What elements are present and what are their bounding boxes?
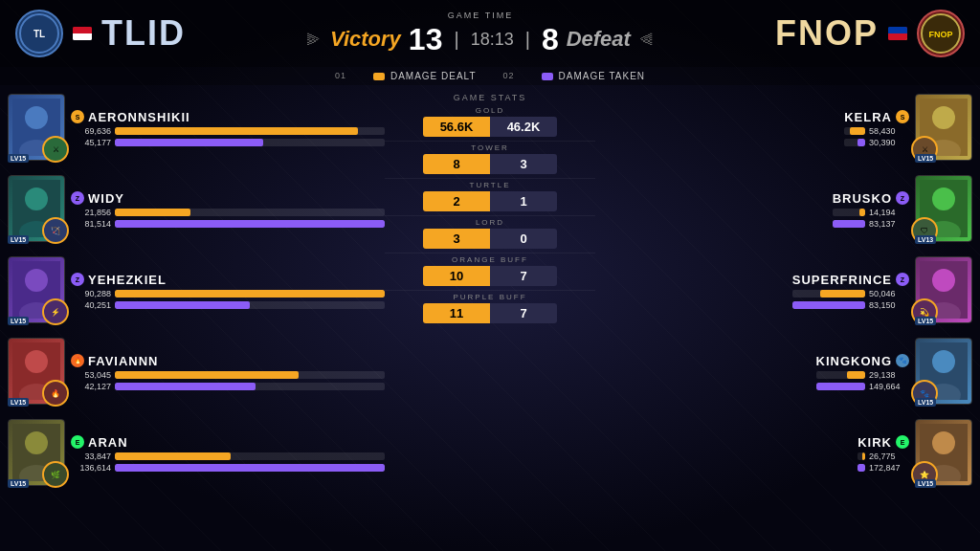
dealt-val-kirk: 26,775 [869, 452, 909, 461]
player-name-yehezkiel: YEHEZKIEL [88, 273, 167, 287]
player-icon-kingkong: 🐾 [896, 354, 909, 367]
avatar-kingkong: 🐾 LV15 [915, 338, 972, 407]
stat-turtle-right: 1 [490, 191, 557, 211]
bars-aran: 33,847 136,614 [71, 452, 385, 473]
legend-dot-orange [373, 73, 385, 80]
taken-val-widy: 81,514 [71, 219, 111, 229]
svg-point-17 [25, 431, 48, 454]
taken-bar-brusko [833, 220, 865, 228]
player-name-row-brusko: BRUSKO Z [833, 191, 909, 206]
taken-fill-superfrince [792, 301, 865, 309]
bars-yehezkiel: 90,288 40,251 [71, 289, 385, 310]
taken-row-kelra: 30,390 [844, 138, 909, 147]
avatar-superfrince: 💫 LV15 [915, 256, 972, 325]
dealt-fill-kirk [862, 452, 865, 460]
player-info-kingkong: KINGKONG 🐾 29,138 149,664 [816, 354, 910, 391]
dealt-bar-kelra [844, 127, 865, 135]
taken-row-brusko: 83,137 [833, 219, 909, 229]
player-name-aran: ARAN [88, 435, 128, 450]
player-icon-aran: E [71, 435, 84, 449]
header: TL TLID GAME TIME ⫸ Victory 13 | 18:13 |… [0, 0, 980, 67]
level-kingkong: LV15 [915, 398, 936, 407]
player-name-row-aran: E ARAN [71, 435, 385, 450]
stat-tower-right: 3 [490, 154, 557, 174]
player-info-kirk: KIRK E 26,775 172,847 [858, 435, 909, 473]
stat-turtle-left: 2 [423, 191, 490, 211]
svg-point-32 [932, 431, 955, 454]
taken-val-faviannn: 42,127 [71, 382, 111, 391]
dealt-row-kelra: 58,430 [844, 126, 909, 136]
dealt-fill-aeronnshikii [115, 127, 358, 135]
player-row-kingkong: 🐾 LV15 KINGKONG 🐾 29,138 [816, 333, 973, 411]
player-icon-faviannn: 🔥 [71, 354, 84, 367]
stat-purple-buff-label: PURPLE BUFF [453, 293, 526, 301]
taken-val-superfrince: 83,150 [869, 300, 909, 310]
taken-row-faviannn: 42,127 [71, 382, 385, 391]
player-name-row-kelra: KELRA S [844, 110, 909, 124]
avatar-kirk: ⭐ LV15 [915, 419, 972, 488]
tlid-logo: TL [15, 10, 63, 57]
stat-tower-left: 8 [423, 154, 490, 174]
stat-gold-right: 46.2K [490, 117, 557, 137]
avatar-yehezkiel: ⚡ LV15 [8, 256, 65, 325]
stat-tower: TOWER 8 3 [385, 143, 595, 174]
flag-indonesia [73, 27, 92, 40]
stat-turtle: TURTLE 2 1 [385, 181, 595, 211]
game-time: 18:13 [471, 30, 514, 50]
defeat-text: Defeat [567, 27, 631, 52]
dealt-fill-aran [115, 452, 231, 460]
taken-bar-faviannn [115, 383, 385, 390]
game-time-label: GAME TIME [448, 11, 513, 20]
dealt-val-yehezkiel: 90,288 [71, 289, 111, 298]
svg-point-20 [932, 106, 955, 129]
avatar-brusko: 🛡 LV13 [915, 175, 972, 244]
svg-point-23 [932, 187, 955, 210]
stat-turtle-values: 2 1 [385, 191, 595, 211]
score-row: ⫸ Victory 13 | 18:13 | 8 Defeat ⫷ [305, 22, 656, 57]
taken-row-superfrince: 83,150 [792, 300, 909, 310]
player-row-kirk: ⭐ LV15 KIRK E 26,775 [858, 414, 972, 493]
taken-row-yehezkiel: 40,251 [71, 300, 385, 310]
player-name-row-widy: Z WIDY [71, 191, 385, 206]
dealt-bar-yehezkiel [115, 290, 385, 298]
taken-bar-superfrince [792, 301, 865, 309]
player-row-superfrince: 💫 LV15 SUPERFRINCE Z 50,046 [792, 252, 972, 330]
score-divider2: | [522, 29, 534, 51]
bars-widy: 21,856 81,514 [71, 208, 385, 229]
stat-gold: GOLD 56.6K 46.2K [385, 106, 595, 137]
level-aeronnshikii: LV15 [8, 154, 29, 163]
right-dividers: ⫷ [638, 30, 656, 50]
dealt-row-widy: 21,856 [71, 208, 385, 217]
taken-fill-aran [115, 464, 385, 472]
hero-icon-yehezkiel: ⚡ [42, 298, 69, 325]
avatar-faviannn: 🔥 LV15 [8, 338, 65, 407]
player-icon-yehezkiel: Z [71, 273, 84, 286]
victory-text: Victory [330, 27, 401, 52]
taken-row-aran: 136,614 [71, 463, 385, 473]
player-name-widy: WIDY [88, 191, 124, 206]
player-row-brusko: 🛡 LV13 BRUSKO Z 14,194 [833, 170, 972, 249]
taken-fill-aeronnshikii [115, 139, 263, 146]
player-info-faviannn: 🔥 FAVIANNN 53,045 42,127 [71, 354, 385, 391]
bars-aeronnshikii: 69,636 45,177 [71, 126, 385, 147]
stat-orange-buff-values: 10 7 [385, 266, 595, 286]
score-right: 8 [542, 22, 559, 57]
score-divider: | [450, 29, 462, 51]
player-icon-kirk: E [896, 435, 909, 449]
legend-row: 01 DAMAGE DEALT 02 DAMAGE TAKEN [0, 67, 980, 85]
taken-fill-yehezkiel [115, 301, 250, 309]
stat-tower-label: TOWER [471, 143, 509, 152]
taken-val-aran: 136,614 [71, 463, 111, 473]
dealt-row-yehezkiel: 90,288 [71, 289, 385, 298]
taken-val-kingkong: 149,664 [869, 382, 909, 391]
player-row-widy: 🏹 LV15 Z WIDY 21,856 [8, 170, 385, 249]
dealt-val-kelra: 58,430 [869, 126, 909, 136]
legend-number-02: 02 [503, 71, 515, 81]
taken-bar-yehezkiel [115, 301, 385, 309]
player-icon-kelra: S [896, 110, 909, 123]
player-info-aran: E ARAN 33,847 136,614 [71, 435, 385, 473]
stat-lord-right: 0 [490, 229, 557, 249]
player-name-kelra: KELRA [844, 110, 892, 124]
bars-superfrince: 50,046 83,150 [792, 289, 909, 310]
taken-bar-aran [115, 464, 385, 472]
